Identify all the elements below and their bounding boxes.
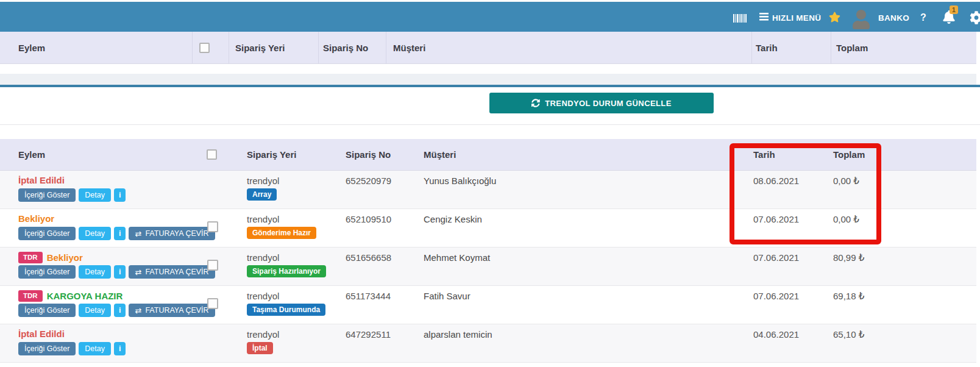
- detail-button[interactable]: Detay: [79, 265, 111, 279]
- show-content-button[interactable]: İçeriği Göster: [18, 227, 76, 240]
- topbar: HIZLI MENÜ BANKO ? 1: [0, 0, 980, 32]
- order-total: 65,10 ₺: [833, 329, 864, 340]
- order-date: 07.06.2021: [753, 291, 799, 302]
- quick-menu-button[interactable]: HIZLI MENÜ: [759, 12, 821, 23]
- column-separator: [751, 32, 752, 63]
- barcode-icon[interactable]: [733, 14, 747, 25]
- invoice-button[interactable]: ⇄FATURAYA ÇEVİR: [129, 227, 215, 240]
- marketplace-label: trendyol: [247, 252, 279, 263]
- table-row: TDRBekliyorİçeriği GösterDetayi⇄FATURAYA…: [0, 248, 976, 286]
- marketplace-label: trendyol: [247, 214, 279, 225]
- row-actions: İçeriği GösterDetayi: [18, 188, 126, 202]
- order-date: 07.06.2021: [753, 252, 799, 263]
- order-status-text: Bekliyor: [47, 252, 83, 263]
- row-actions: İçeriği GösterDetayi⇄FATURAYA ÇEVİR: [18, 304, 215, 317]
- row-actions: İçeriği GösterDetayi⇄FATURAYA ÇEVİR: [18, 227, 215, 240]
- info-button[interactable]: i: [114, 227, 126, 240]
- user-name-button[interactable]: BANKO: [878, 13, 909, 23]
- info-button[interactable]: i: [114, 188, 126, 202]
- order-number: 651656658: [346, 252, 391, 263]
- header-toplam: Toplam: [836, 32, 868, 63]
- table-row: İptal Edildiİçeriği GösterDetayitrendyol…: [0, 171, 976, 209]
- detail-button[interactable]: Detay: [79, 188, 111, 202]
- order-status-line: İptal Edildi: [18, 175, 65, 186]
- table-row: Bekliyorİçeriği GösterDetayi⇄FATURAYA ÇE…: [0, 209, 976, 248]
- notification-count-badge: 1: [950, 5, 958, 14]
- header-siparis-yeri: Sipariş Yeri: [247, 139, 296, 170]
- shipment-status-badge: Sipariş Hazırlanıyor: [247, 265, 326, 277]
- user-avatar-icon[interactable]: [853, 10, 870, 32]
- row-actions: İçeriği GösterDetayi: [18, 342, 126, 355]
- show-content-button[interactable]: İçeriği Göster: [18, 342, 76, 355]
- header-siparis-yeri: Sipariş Yeri: [235, 32, 285, 63]
- order-status-line: İptal Edildi: [18, 329, 65, 340]
- column-separator: [192, 32, 193, 63]
- order-status-text: KARGOYA HAZIR: [47, 291, 123, 302]
- order-status-text: İptal Edildi: [18, 329, 65, 340]
- section-divider: [0, 85, 980, 87]
- section-hairline: [0, 124, 980, 125]
- invoice-button-label: FATURAYA ÇEVİR: [145, 306, 208, 315]
- invoice-button-label: FATURAYA ÇEVİR: [145, 229, 208, 238]
- header-tarih: Tarih: [753, 139, 775, 170]
- show-content-button[interactable]: İçeriği Göster: [18, 265, 76, 279]
- order-date: 07.06.2021: [753, 214, 799, 225]
- customer-name: Yunus Balıkçıoğlu: [424, 176, 496, 187]
- trendyol-update-button-label: TRENDYOL DURUM GÜNCELLE: [545, 99, 672, 108]
- trendyol-update-button[interactable]: TRENDYOL DURUM GÜNCELLE: [489, 93, 714, 113]
- header-siparis-no: Sipariş No: [323, 32, 368, 63]
- row-checkbox[interactable]: [207, 221, 218, 232]
- invoice-button[interactable]: ⇄FATURAYA ÇEVİR: [129, 265, 215, 279]
- marketplace-label: trendyol: [247, 291, 279, 302]
- order-number: 651173444: [346, 291, 391, 302]
- customer-name: Mehmet Koymat: [424, 252, 490, 263]
- header-musteri: Müşteri: [393, 32, 425, 63]
- info-button[interactable]: i: [114, 342, 126, 355]
- detail-button[interactable]: Detay: [79, 227, 111, 240]
- hamburger-icon: [759, 12, 769, 23]
- order-status-text: İptal Edildi: [18, 175, 65, 186]
- order-date: 04.06.2021: [753, 329, 799, 340]
- order-total: 0,00 ₺: [833, 176, 859, 187]
- order-status-text: Bekliyor: [18, 213, 54, 224]
- column-separator: [318, 32, 319, 63]
- help-button[interactable]: ?: [920, 12, 926, 23]
- row-actions: İçeriği GösterDetayi⇄FATURAYA ÇEVİR: [18, 265, 215, 279]
- refresh-icon: [531, 99, 540, 107]
- invoice-button[interactable]: ⇄FATURAYA ÇEVİR: [129, 304, 215, 317]
- detail-button[interactable]: Detay: [79, 342, 111, 355]
- order-status-line: TDRKARGOYA HAZIR: [18, 290, 122, 302]
- row-checkbox[interactable]: [207, 260, 218, 271]
- order-number: 652520979: [346, 176, 391, 187]
- detail-button[interactable]: Detay: [79, 304, 111, 317]
- info-button[interactable]: i: [114, 304, 126, 317]
- favorites-star-icon[interactable]: [829, 12, 840, 25]
- row-checkbox[interactable]: [207, 298, 218, 309]
- order-management-screen: HIZLI MENÜ BANKO ? 1 Eylem Sipariş Yeri …: [0, 0, 980, 367]
- table-row: İptal Edildiİçeriği GösterDetayitrendyol…: [0, 324, 976, 363]
- tdr-badge: TDR: [18, 252, 43, 263]
- swap-arrows-icon: ⇄: [135, 307, 141, 315]
- marketplace-label: trendyol: [247, 176, 279, 187]
- header-musteri: Müşteri: [424, 139, 456, 170]
- column-separator: [386, 32, 386, 63]
- table-row: TDRKARGOYA HAZIRİçeriği GösterDetayi⇄FAT…: [0, 286, 976, 324]
- order-total: 69,18 ₺: [833, 291, 864, 302]
- order-status-line: Bekliyor: [18, 213, 54, 224]
- select-all-checkbox[interactable]: [207, 149, 217, 160]
- header-siparis-no: Sipariş No: [346, 139, 391, 170]
- shipment-status-badge: Gönderime Hazır: [247, 227, 316, 239]
- upper-table-header: Eylem Sipariş Yeri Sipariş No Müşteri Ta…: [0, 32, 976, 64]
- settings-gear-icon[interactable]: [970, 11, 980, 27]
- orders-table-body: İptal Edildiİçeriği GösterDetayitrendyol…: [0, 171, 976, 363]
- order-number: 647292511: [346, 329, 391, 340]
- show-content-button[interactable]: İçeriği Göster: [18, 304, 76, 317]
- show-content-button[interactable]: İçeriği Göster: [18, 188, 76, 202]
- info-button[interactable]: i: [114, 265, 126, 279]
- marketplace-label: trendyol: [247, 329, 279, 340]
- quick-menu-label: HIZLI MENÜ: [772, 13, 821, 23]
- customer-name: Cengiz Keskin: [424, 214, 482, 225]
- shipment-status-badge: Taşıma Durumunda: [247, 304, 325, 316]
- invoice-button-label: FATURAYA ÇEVİR: [145, 268, 208, 276]
- select-all-checkbox[interactable]: [199, 43, 210, 53]
